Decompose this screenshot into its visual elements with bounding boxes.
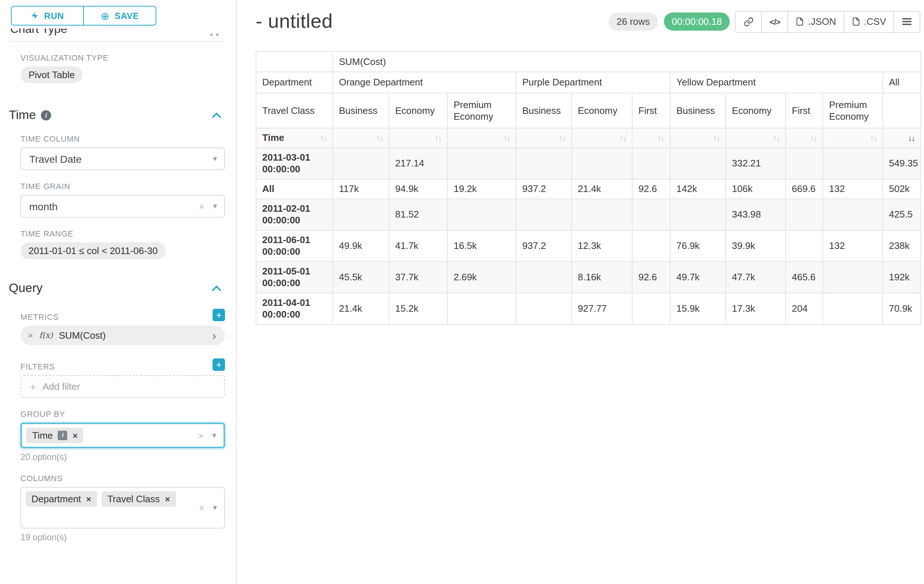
class-header: Business — [516, 93, 572, 128]
sort-cell[interactable]: ↑↓ — [447, 128, 516, 148]
sort-cell-active[interactable]: ↓↓ — [883, 128, 921, 148]
export-csv-button[interactable]: .CSV — [843, 11, 894, 33]
caret-down-icon[interactable]: ▾ — [212, 430, 216, 440]
menu-button[interactable] — [893, 11, 920, 33]
group-by-select[interactable]: Time i × × ▾ — [20, 423, 225, 448]
chevron-right-icon[interactable]: › — [212, 330, 216, 341]
remove-chip-icon[interactable]: × — [165, 494, 170, 504]
sort-cell[interactable]: ↑↓ — [572, 128, 632, 148]
cell — [333, 148, 389, 179]
file-icon — [796, 17, 805, 26]
sort-icon[interactable]: ↑↓ — [503, 133, 510, 142]
link-icon — [744, 16, 754, 26]
group-by-chip[interactable]: Time i × — [26, 428, 84, 443]
add-filter-button[interactable]: + — [213, 359, 225, 371]
chevron-up-icon[interactable] — [212, 112, 221, 121]
cell: 927.77 — [572, 293, 632, 324]
remove-chip-icon[interactable]: × — [73, 430, 78, 441]
time-column-value: Travel Date — [29, 153, 82, 165]
sort-icon[interactable]: ↑↓ — [435, 133, 441, 142]
row-header: 2011-06-01 00:00:00 — [256, 230, 333, 262]
info-icon: i — [41, 110, 51, 120]
remove-metric-icon[interactable]: × — [28, 330, 33, 341]
sort-cell[interactable]: ↑↓ — [389, 128, 447, 148]
cell: 92.6 — [632, 179, 670, 199]
caret-down-icon[interactable]: ▾ — [213, 503, 217, 512]
chevron-up-icon[interactable] — [212, 285, 221, 294]
row-header: All — [256, 179, 333, 199]
cell: 39.9k — [726, 230, 785, 262]
add-filter-text: Add filter — [42, 381, 80, 392]
sort-cell[interactable]: ↑↓ — [333, 128, 389, 148]
cell: 217.14 — [389, 148, 447, 179]
travel-class-header: Travel Class — [256, 93, 333, 128]
sort-desc-icon[interactable]: ↓↓ — [908, 133, 914, 142]
clear-icon[interactable]: × — [199, 201, 205, 212]
time-grain-select[interactable]: month × ▾ — [20, 195, 225, 217]
query-section-header[interactable]: Query — [9, 281, 224, 296]
sort-icon[interactable]: ↑↓ — [320, 132, 327, 144]
group-by-options-hint: 20 option(s) — [20, 452, 225, 462]
lightning-icon — [31, 11, 39, 20]
cell — [632, 148, 670, 179]
row-header: 2011-05-01 00:00:00 — [256, 262, 333, 293]
sort-icon[interactable]: ↑↓ — [619, 133, 626, 142]
cell — [572, 148, 632, 179]
class-header-empty — [883, 93, 921, 128]
sort-cell[interactable]: ↑↓ — [726, 128, 785, 148]
cell — [447, 148, 516, 179]
cell: 238k — [883, 230, 921, 262]
sort-cell[interactable]: ↑↓ — [823, 128, 883, 148]
metrics-label: METRICS — [20, 313, 59, 321]
export-json-button[interactable]: .JSON — [788, 11, 845, 33]
add-metric-button[interactable]: + — [213, 309, 225, 321]
add-filter-field[interactable]: + Add filter — [20, 375, 225, 398]
viz-type-pill[interactable]: Pivot Table — [20, 66, 83, 83]
chart-type-heading-text: Chart Type — [10, 28, 224, 36]
cell: 8.16k — [572, 262, 632, 293]
sort-icon[interactable]: ↑↓ — [559, 133, 565, 142]
clear-icon[interactable]: × — [199, 502, 205, 513]
sort-cell[interactable]: ↑↓ — [516, 128, 572, 148]
class-header: First — [785, 93, 823, 128]
sort-icon[interactable]: ↑↓ — [376, 133, 383, 142]
metric-chip[interactable]: × f(x) SUM(Cost) › — [20, 326, 225, 345]
plus-icon: + — [216, 360, 221, 369]
export-button-group: </> .JSON .CSV — [736, 11, 920, 33]
group-by-label: GROUP BY — [20, 410, 225, 418]
cell: 12.3k — [572, 230, 632, 262]
time-column-select[interactable]: Travel Date ▾ — [20, 148, 225, 170]
run-button[interactable]: RUN — [11, 6, 84, 26]
save-button[interactable]: ⊕ SAVE — [83, 6, 156, 26]
sort-icon[interactable]: ↑↓ — [870, 133, 876, 142]
cell: 16.5k — [447, 230, 516, 262]
cell: 106k — [726, 179, 785, 199]
sort-icon[interactable]: ↑↓ — [657, 133, 664, 142]
sort-cell[interactable]: ↑↓ — [785, 128, 823, 148]
sort-cell[interactable]: ↑↓ — [632, 128, 670, 148]
sort-icon[interactable]: ↑↓ — [773, 133, 779, 142]
remove-chip-icon[interactable]: × — [86, 494, 91, 504]
cell: 49.7k — [670, 262, 726, 293]
time-range-pill[interactable]: 2011-01-01 ≤ col < 2011-06-30 — [20, 242, 166, 259]
cell — [823, 293, 883, 324]
columns-chip[interactable]: Department × — [26, 491, 97, 507]
cell: 132 — [823, 179, 883, 199]
sort-icon[interactable]: ↑↓ — [810, 133, 817, 142]
class-header: Economy — [572, 93, 632, 128]
caret-down-icon[interactable]: ▾ — [213, 201, 217, 211]
cell — [785, 148, 823, 179]
cell: 17.3k — [726, 293, 785, 324]
share-link-button[interactable] — [735, 11, 762, 33]
chip-label: Time — [32, 430, 53, 441]
columns-select[interactable]: Department × Travel Class × × ▾ — [20, 487, 225, 528]
columns-chip[interactable]: Travel Class × — [102, 491, 176, 507]
sort-cell[interactable]: ↑↓ — [670, 128, 726, 148]
time-row-header[interactable]: Time ↑↓ — [256, 128, 333, 148]
time-section-header[interactable]: Time i — [9, 108, 224, 123]
clear-icon[interactable]: × — [198, 430, 204, 441]
caret-down-icon[interactable]: ▾ — [213, 154, 217, 163]
cell: 41.7k — [389, 230, 447, 262]
sort-icon[interactable]: ↑↓ — [713, 133, 719, 142]
view-query-button[interactable]: </> — [761, 11, 789, 33]
